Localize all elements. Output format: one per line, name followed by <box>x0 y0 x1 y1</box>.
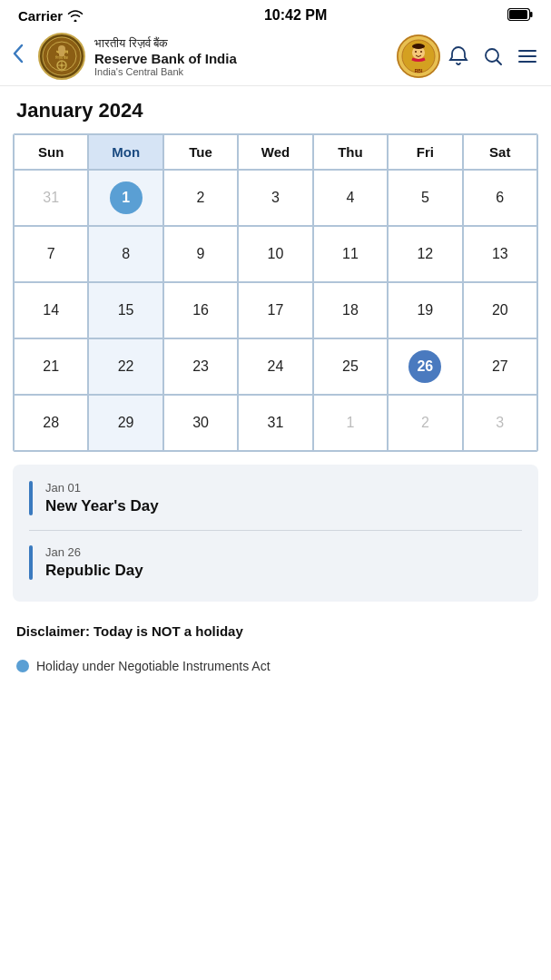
status-time: 10:42 PM <box>264 7 327 24</box>
holiday-bar-1 <box>29 481 33 515</box>
cal-header-wed: Wed <box>238 134 312 170</box>
holiday-list: Jan 01 New Year's Day Jan 26 Republic Da… <box>13 465 538 602</box>
svg-rect-2 <box>530 12 533 17</box>
battery-icon <box>507 8 533 21</box>
battery-indicator <box>507 8 533 24</box>
page-title: January 2024 <box>16 99 535 122</box>
bell-icon <box>448 45 469 67</box>
svg-point-7 <box>58 45 65 53</box>
cal-day-23[interactable]: 23 <box>163 338 238 395</box>
calendar: Sun Mon Tue Wed Thu Fri Sat 31 1 2 3 4 5… <box>13 133 538 452</box>
menu-icon <box>517 45 538 67</box>
holiday-bar-2 <box>29 545 33 580</box>
cal-header-thu: Thu <box>313 134 388 170</box>
cal-day-19[interactable]: 19 <box>388 282 462 338</box>
bell-button[interactable] <box>448 45 469 67</box>
header-logo-area: भारतीय रिज़र्व बैंक भारतीय रिज़र्व बैंक … <box>38 33 440 80</box>
cal-day-31[interactable]: 31 <box>238 395 312 451</box>
rbi-logo: भारतीय रिज़र्व बैंक <box>38 33 85 80</box>
saarthi-seal-icon: RBI <box>397 34 440 78</box>
back-button[interactable] <box>13 40 31 73</box>
cal-day-4[interactable]: 4 <box>313 170 388 226</box>
cal-day-13[interactable]: 13 <box>463 226 537 282</box>
cal-day-24[interactable]: 24 <box>238 338 312 395</box>
cal-day-11[interactable]: 11 <box>313 226 388 282</box>
cal-day-26[interactable]: 26 <box>388 338 462 395</box>
cal-header-tue: Tue <box>163 134 238 170</box>
cal-header-sat: Sat <box>463 134 537 170</box>
carrier-label: Carrier <box>18 8 84 24</box>
cal-day-17[interactable]: 17 <box>238 282 312 338</box>
cal-day-20[interactable]: 20 <box>463 282 537 338</box>
cal-day-15[interactable]: 15 <box>88 282 162 338</box>
svg-point-17 <box>420 51 422 53</box>
saarthi-logo: RBI <box>397 34 440 78</box>
svg-line-21 <box>497 61 502 65</box>
wifi-icon <box>67 10 84 22</box>
cal-header-sun: Sun <box>14 134 88 170</box>
cal-day-12[interactable]: 12 <box>388 226 462 282</box>
cal-day-16[interactable]: 16 <box>163 282 238 338</box>
cal-day-29[interactable]: 29 <box>88 395 162 451</box>
header-tagline: India's Central Bank <box>94 66 388 77</box>
cal-day-1-next[interactable]: 1 <box>313 395 388 451</box>
cal-header-fri: Fri <box>388 134 462 170</box>
cal-day-7[interactable]: 7 <box>14 226 88 282</box>
svg-rect-8 <box>59 52 64 56</box>
cal-day-31-prev[interactable]: 31 <box>14 170 88 226</box>
app-header: भारतीय रिज़र्व बैंक भारतीय रिज़र्व बैंक … <box>0 27 551 86</box>
svg-text:RBI: RBI <box>415 68 423 74</box>
cal-day-3[interactable]: 3 <box>238 170 312 226</box>
cal-day-3-next[interactable]: 3 <box>463 395 537 451</box>
holiday-date-2: Jan 26 <box>45 545 143 559</box>
cal-day-2-next[interactable]: 2 <box>388 395 462 451</box>
holiday-content-2: Jan 26 Republic Day <box>45 545 143 580</box>
holiday-content-1: Jan 01 New Year's Day <box>45 481 159 515</box>
status-bar: Carrier 10:42 PM <box>0 0 551 27</box>
cal-day-5[interactable]: 5 <box>388 170 462 226</box>
holiday-item-new-year: Jan 01 New Year's Day <box>29 481 522 530</box>
cal-day-9[interactable]: 9 <box>163 226 238 282</box>
cal-day-6[interactable]: 6 <box>463 170 537 226</box>
cal-day-8[interactable]: 8 <box>88 226 162 282</box>
holiday-date-1: Jan 01 <box>45 481 159 495</box>
legend-label: Holiday under Negotiable Instruments Act <box>36 659 271 673</box>
cal-day-14[interactable]: 14 <box>14 282 88 338</box>
cal-day-22[interactable]: 22 <box>88 338 162 395</box>
header-english-title: Reserve Bank of India <box>94 51 388 66</box>
cal-day-28[interactable]: 28 <box>14 395 88 451</box>
svg-point-16 <box>415 51 417 53</box>
holiday-name-2: Republic Day <box>45 562 143 580</box>
holiday-name-1: New Year's Day <box>45 497 159 515</box>
back-icon <box>13 44 24 64</box>
holiday-item-republic: Jan 26 Republic Day <box>29 530 522 594</box>
cal-header-mon: Mon <box>88 134 162 170</box>
legend-row: Holiday under Negotiable Instruments Act <box>0 653 551 679</box>
cal-day-21[interactable]: 21 <box>14 338 88 395</box>
cal-day-30[interactable]: 30 <box>163 395 238 451</box>
header-text: भारतीय रिज़र्व बैंक Reserve Bank of Indi… <box>94 36 388 77</box>
svg-rect-1 <box>509 10 527 19</box>
calendar-grid: Sun Mon Tue Wed Thu Fri Sat 31 1 2 3 4 5… <box>14 134 537 451</box>
cal-day-2[interactable]: 2 <box>163 170 238 226</box>
search-button[interactable] <box>482 45 504 67</box>
rbi-seal-icon: भारतीय रिज़र्व बैंक <box>42 36 82 76</box>
carrier-text: Carrier <box>18 8 63 24</box>
search-icon <box>482 45 504 67</box>
page-title-bar: January 2024 <box>0 86 551 130</box>
cal-day-25[interactable]: 25 <box>313 338 388 395</box>
header-actions <box>448 45 538 67</box>
header-hindi-title: भारतीय रिज़र्व बैंक <box>94 36 388 51</box>
disclaimer: Disclaimer: Today is NOT a holiday <box>0 614 551 653</box>
cal-day-1-jan[interactable]: 1 <box>88 170 162 226</box>
svg-point-18 <box>412 44 425 49</box>
legend-dot <box>16 660 29 672</box>
cal-day-27[interactable]: 27 <box>463 338 537 395</box>
cal-day-10[interactable]: 10 <box>238 226 312 282</box>
cal-day-18[interactable]: 18 <box>313 282 388 338</box>
menu-button[interactable] <box>517 45 538 67</box>
